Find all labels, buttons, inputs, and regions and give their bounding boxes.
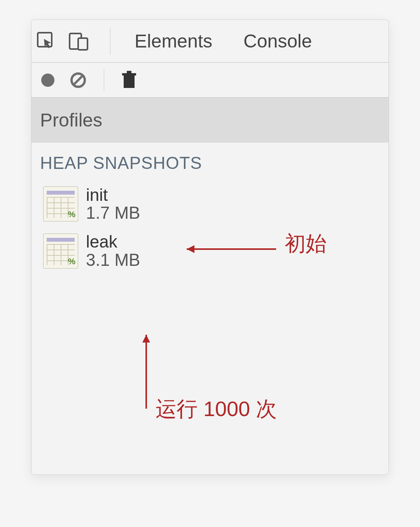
profiles-header-label: Profiles <box>40 109 102 131</box>
snapshot-text: init 1.7 MB <box>86 186 140 222</box>
clear-icon[interactable] <box>70 72 87 89</box>
snapshot-list: % init 1.7 MB % leak 3.1 MB <box>32 177 388 278</box>
trash-icon[interactable] <box>121 71 137 90</box>
percent-icon: % <box>68 256 75 267</box>
snapshot-icon: % <box>43 186 78 221</box>
tab-separator <box>110 28 110 55</box>
toolbar-separator <box>104 69 104 91</box>
svg-point-3 <box>41 74 54 87</box>
snapshot-item-init[interactable]: % init 1.7 MB <box>32 181 388 227</box>
heap-snapshots-category: HEAP SNAPSHOTS <box>32 142 388 177</box>
snapshot-size: 3.1 MB <box>86 251 140 269</box>
snapshot-text: leak 3.1 MB <box>86 233 140 269</box>
devtools-panel: Elements Console Profiles HEAP SNAPSHOTS <box>31 19 389 475</box>
snapshot-name: init <box>86 186 140 204</box>
device-icon[interactable] <box>67 31 90 51</box>
snapshot-name: leak <box>86 233 140 251</box>
tab-icon-group <box>36 31 102 51</box>
tab-console[interactable]: Console <box>228 30 327 52</box>
record-icon[interactable] <box>39 72 56 89</box>
tab-elements[interactable]: Elements <box>119 30 228 52</box>
profiles-header: Profiles <box>32 98 388 142</box>
snapshot-icon: % <box>43 234 78 269</box>
tab-bar: Elements Console <box>32 20 388 63</box>
percent-icon: % <box>68 209 75 220</box>
inspect-icon[interactable] <box>36 31 56 51</box>
profiles-toolbar <box>32 63 388 98</box>
svg-rect-2 <box>78 38 88 50</box>
snapshot-item-leak[interactable]: % leak 3.1 MB <box>32 227 388 274</box>
snapshot-size: 1.7 MB <box>86 204 140 222</box>
svg-line-5 <box>74 76 83 85</box>
svg-rect-7 <box>122 73 136 76</box>
svg-rect-8 <box>127 71 131 73</box>
svg-rect-6 <box>124 76 135 88</box>
